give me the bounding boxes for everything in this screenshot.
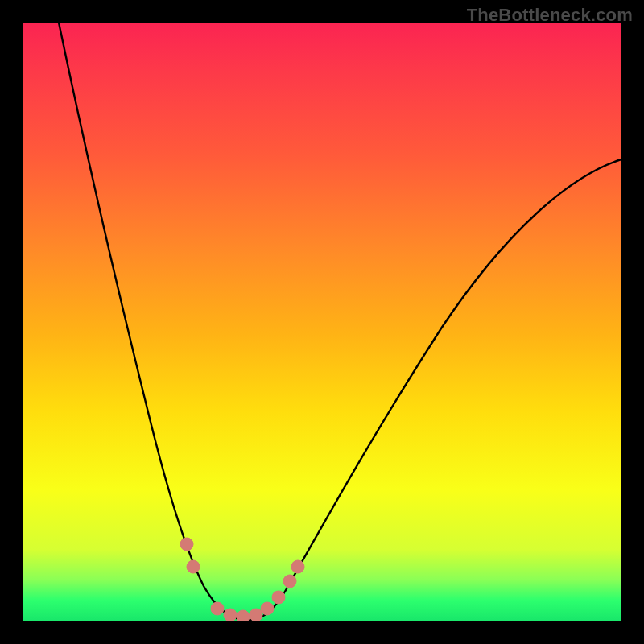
svg-point-6 bbox=[261, 602, 274, 615]
svg-point-0 bbox=[180, 538, 193, 551]
plot-area bbox=[23, 23, 621, 621]
svg-point-5 bbox=[250, 609, 262, 621]
bottleneck-curve-svg bbox=[23, 23, 621, 621]
watermark: TheBottleneck.com bbox=[467, 5, 633, 26]
svg-point-1 bbox=[187, 560, 200, 573]
svg-point-8 bbox=[283, 575, 296, 588]
svg-point-2 bbox=[211, 602, 224, 615]
svg-point-9 bbox=[291, 560, 304, 573]
highlight-dots bbox=[180, 538, 304, 621]
svg-point-3 bbox=[224, 609, 237, 621]
chart-container: TheBottleneck.com bbox=[0, 0, 644, 644]
svg-point-4 bbox=[237, 610, 250, 621]
svg-point-7 bbox=[272, 591, 285, 604]
bottleneck-curve bbox=[59, 23, 621, 620]
